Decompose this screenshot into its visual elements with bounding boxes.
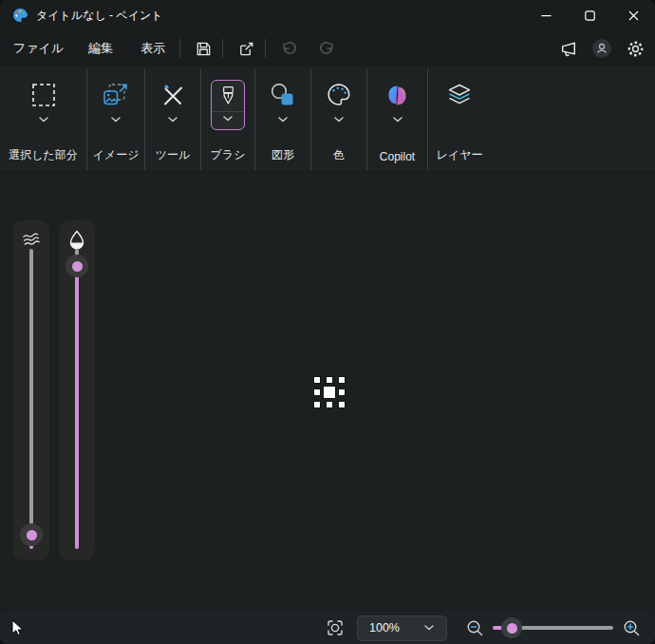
chevron-down-icon[interactable] (38, 116, 49, 123)
tool-tools[interactable]: ツール (145, 66, 200, 172)
tool-label: 選択した部分 (9, 147, 78, 163)
tool-colors[interactable]: 色 (311, 66, 366, 172)
menubar-separator (265, 39, 266, 58)
person-icon (591, 38, 612, 59)
maximize-icon (585, 10, 593, 19)
opacity-slider-thumb[interactable] (66, 255, 88, 277)
zoom-slider-thumb[interactable] (501, 617, 522, 638)
statusbar: 100% (0, 612, 655, 644)
save-icon (195, 40, 213, 58)
droplet-icon (66, 229, 87, 250)
handle-square (326, 401, 333, 408)
redo-icon (318, 40, 336, 58)
chevron-down-icon[interactable] (277, 116, 289, 123)
window-title: タイトルなし - ペイント (36, 8, 162, 24)
paint-logo-icon (12, 8, 28, 23)
handle-square (326, 376, 333, 384)
minimize-icon (541, 15, 551, 16)
layers-icon (445, 81, 474, 109)
tool-layers[interactable]: レイヤー (428, 66, 491, 172)
redo-button[interactable] (309, 33, 344, 64)
tool-label: イメージ (93, 147, 140, 163)
handle-square (313, 388, 321, 396)
menubar-separator (222, 39, 223, 58)
zoom-slider[interactable] (493, 616, 613, 639)
brush-size-panel (13, 220, 49, 560)
feedback-button[interactable] (552, 33, 586, 64)
handle-square (338, 401, 346, 408)
zoom-out-button[interactable] (464, 617, 485, 638)
close-icon (628, 10, 639, 21)
chevron-down-icon (423, 624, 435, 632)
chevron-down-icon[interactable] (167, 116, 178, 123)
tool-label: Copilot (380, 150, 415, 163)
canvas-loading-indicator (313, 376, 346, 408)
tool-brush[interactable]: ブラシ (201, 66, 254, 172)
brush-icon (215, 84, 240, 110)
tool-shapes[interactable]: 図形 (255, 66, 310, 172)
fit-to-screen-icon (326, 618, 345, 637)
undo-button[interactable] (271, 33, 306, 64)
selection-icon (29, 81, 58, 109)
size-slider-track[interactable] (29, 249, 33, 535)
settings-button[interactable] (618, 33, 652, 64)
ribbon-empty-space (491, 66, 655, 172)
tool-label: 色 (333, 147, 345, 163)
minimize-button[interactable] (524, 0, 568, 30)
shapes-icon (269, 81, 297, 109)
titlebar: タイトルなし - ペイント (0, 0, 655, 30)
tool-label: ツール (156, 147, 191, 163)
image-icon (102, 81, 130, 109)
tool-label: ブラシ (211, 147, 246, 163)
menu-file[interactable]: ファイル (13, 34, 64, 63)
zoom-in-icon (622, 618, 642, 638)
handle-square (338, 376, 346, 384)
size-slider-thumb[interactable] (20, 523, 43, 546)
share-icon (237, 40, 255, 58)
menubar-separator (179, 39, 180, 58)
save-button[interactable] (186, 33, 220, 64)
account-button[interactable] (586, 33, 618, 64)
chevron-down-icon[interactable] (222, 115, 234, 123)
chevron-down-icon[interactable] (110, 116, 122, 123)
center-square (323, 386, 336, 399)
opacity-slider-fill[interactable] (75, 266, 79, 549)
colors-icon (325, 81, 353, 109)
close-button[interactable] (611, 0, 655, 30)
megaphone-icon (559, 39, 579, 59)
handle-square (338, 388, 346, 396)
tools-icon (159, 81, 187, 109)
ribbon-toolbar: 選択した部分 イメージ (0, 66, 655, 173)
menu-view[interactable]: 表示 (140, 34, 165, 63)
tool-selection[interactable]: 選択した部分 (0, 66, 86, 172)
menu-edit[interactable]: 編集 (88, 34, 113, 63)
brush-selected-box[interactable] (211, 80, 245, 130)
share-button[interactable] (229, 33, 263, 64)
statusbar-zoom-controls: 100% (325, 616, 642, 641)
canvas-area[interactable] (0, 173, 655, 612)
undo-icon (280, 40, 298, 58)
tool-image[interactable]: イメージ (87, 66, 144, 172)
gear-icon (627, 40, 645, 58)
zoom-out-icon (465, 618, 485, 638)
maximize-button[interactable] (568, 0, 611, 30)
tool-label: レイヤー (437, 147, 483, 163)
zoom-in-button[interactable] (621, 617, 642, 638)
menubar: ファイル 編集 表示 (0, 30, 655, 66)
zoom-slider-track[interactable] (514, 626, 613, 630)
zoom-level-dropdown[interactable]: 100% (357, 616, 447, 641)
handle-square (313, 401, 321, 408)
handle-square (313, 376, 321, 384)
zoom-level-value: 100% (369, 621, 400, 635)
tool-copilot[interactable]: Copilot (367, 66, 427, 172)
brush-box-divider (212, 111, 244, 112)
thickness-icon (21, 229, 42, 250)
window-controls (524, 0, 655, 30)
chevron-down-icon[interactable] (392, 116, 403, 123)
copilot-icon (384, 81, 410, 109)
mouse-cursor-icon (9, 618, 25, 637)
tool-label: 図形 (271, 147, 294, 163)
paint-window: タイトルなし - ペイント ファイル 編集 表示 (0, 0, 655, 644)
fit-to-screen-button[interactable] (325, 617, 346, 638)
chevron-down-icon[interactable] (333, 116, 345, 123)
